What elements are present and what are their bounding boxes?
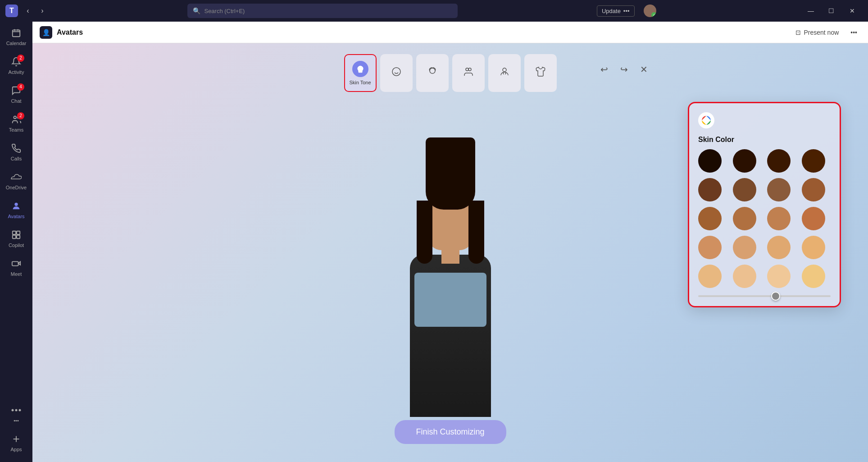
maximize-button[interactable]: ☐ xyxy=(821,7,842,14)
svg-point-12 xyxy=(12,409,14,411)
workspace-close-button[interactable]: ✕ xyxy=(636,61,652,78)
category-hair[interactable] xyxy=(416,54,449,92)
hair-icon xyxy=(424,64,441,80)
svg-rect-0 xyxy=(13,30,20,37)
present-icon: ⊡ xyxy=(795,29,801,36)
skin-tone-icon xyxy=(352,61,368,77)
skin-swatch-4[interactable] xyxy=(698,178,722,201)
category-accessories[interactable] xyxy=(488,54,521,92)
avatar-workspace: Skin Tone xyxy=(32,43,868,462)
svg-point-18 xyxy=(430,68,435,73)
svg-point-13 xyxy=(15,409,18,411)
profile-avatar[interactable] xyxy=(644,5,656,17)
svg-point-4 xyxy=(14,116,17,119)
avatar-hair-side-left xyxy=(417,201,432,264)
skin-swatch-6[interactable] xyxy=(767,178,791,201)
skin-swatch-0[interactable] xyxy=(698,149,722,173)
chat-label: Chat xyxy=(11,98,21,104)
avatars-label: Avatars xyxy=(8,214,24,219)
sidebar: Calendar 2 Activity 4 Chat 2 Teams xyxy=(0,22,32,462)
present-now-button[interactable]: ⊡ Present now xyxy=(792,27,842,38)
brightness-slider[interactable] xyxy=(698,295,831,297)
forward-button[interactable]: › xyxy=(36,5,49,17)
content-area: 👤 Avatars ⊡ Present now ••• xyxy=(32,22,868,462)
activity-icon: 2 xyxy=(10,55,23,68)
skin-swatch-1[interactable] xyxy=(733,149,756,173)
minimize-button[interactable]: — xyxy=(800,7,821,14)
skin-swatch-16[interactable] xyxy=(698,265,722,288)
svg-point-17 xyxy=(392,68,400,76)
page-title: Avatars xyxy=(57,28,83,37)
skin-colors-grid xyxy=(698,149,831,288)
face-icon xyxy=(388,64,404,80)
skin-tone-label: Skin Tone xyxy=(349,80,371,85)
slider-thumb[interactable] xyxy=(771,292,780,301)
calendar-icon xyxy=(10,27,23,39)
sidebar-item-calls[interactable]: Calls xyxy=(0,137,32,166)
skin-swatch-12[interactable] xyxy=(698,236,722,259)
skin-swatch-14[interactable] xyxy=(767,236,791,259)
apps-icon xyxy=(10,433,23,445)
skin-swatch-3[interactable] xyxy=(802,149,825,173)
teams-icon: 2 xyxy=(10,113,23,126)
meet-label: Meet xyxy=(11,271,22,277)
search-box[interactable]: 🔍 Search (Ctrl+E) xyxy=(187,4,458,18)
close-button[interactable]: ✕ xyxy=(842,7,863,14)
undo-button[interactable]: ↩ xyxy=(596,61,612,78)
more-label: ••• xyxy=(14,418,19,423)
skin-swatch-18[interactable] xyxy=(767,265,791,288)
finish-customizing-button[interactable]: Finish Customizing xyxy=(394,420,506,444)
svg-rect-11 xyxy=(12,261,18,265)
teams-logo-icon: T xyxy=(5,5,18,17)
clothing-icon xyxy=(532,64,549,80)
sidebar-item-teams[interactable]: 2 Teams xyxy=(0,108,32,137)
sidebar-item-meet[interactable]: Meet xyxy=(0,252,32,281)
avatar-shirt xyxy=(414,273,486,327)
category-face[interactable] xyxy=(380,54,413,92)
skin-swatch-9[interactable] xyxy=(733,207,756,230)
onedrive-icon xyxy=(10,171,23,183)
skin-swatch-10[interactable] xyxy=(767,207,791,230)
sidebar-item-calendar[interactable]: Calendar xyxy=(0,22,32,50)
skin-swatch-8[interactable] xyxy=(698,207,722,230)
svg-point-6 xyxy=(14,202,18,206)
skin-swatch-2[interactable] xyxy=(767,149,791,173)
redo-button[interactable]: ↪ xyxy=(616,61,632,78)
avatar-container xyxy=(378,165,523,417)
present-now-label: Present now xyxy=(804,29,839,36)
skin-swatch-11[interactable] xyxy=(802,207,825,230)
avatar-figure xyxy=(387,174,514,417)
skin-swatch-15[interactable] xyxy=(802,236,825,259)
category-body[interactable] xyxy=(452,54,485,92)
skin-swatch-5[interactable] xyxy=(733,178,756,201)
copilot-icon xyxy=(10,229,23,241)
sidebar-item-apps[interactable]: Apps xyxy=(0,428,32,457)
avatars-icon xyxy=(10,200,23,212)
back-button[interactable]: ‹ xyxy=(22,5,34,17)
update-more-icon: ••• xyxy=(623,8,630,14)
sidebar-item-more[interactable]: ••• xyxy=(0,399,32,428)
update-button[interactable]: Update ••• xyxy=(597,5,635,17)
calls-label: Calls xyxy=(11,156,22,161)
svg-point-20 xyxy=(468,68,471,71)
category-clothing[interactable] xyxy=(524,54,557,92)
search-icon: 🔍 xyxy=(193,7,200,14)
titlebar: T ‹ › 🔍 Search (Ctrl+E) Update ••• — ☐ ✕ xyxy=(0,0,868,22)
sidebar-item-copilot[interactable]: Copilot xyxy=(0,224,32,252)
skin-swatch-17[interactable] xyxy=(733,265,756,288)
skin-swatch-19[interactable] xyxy=(802,265,825,288)
apps-label: Apps xyxy=(10,447,22,452)
skin-swatch-7[interactable] xyxy=(802,178,825,201)
category-bar: Skin Tone xyxy=(344,54,557,92)
sidebar-item-activity[interactable]: 2 Activity xyxy=(0,50,32,79)
svg-point-19 xyxy=(466,68,468,71)
sidebar-item-avatars[interactable]: Avatars xyxy=(0,195,32,224)
sidebar-item-onedrive[interactable]: OneDrive xyxy=(0,166,32,195)
skin-swatch-13[interactable] xyxy=(733,236,756,259)
sidebar-item-chat[interactable]: 4 Chat xyxy=(0,79,32,108)
toolbar-actions: ↩ ↪ ✕ xyxy=(596,61,652,78)
body-icon xyxy=(460,64,477,80)
onedrive-label: OneDrive xyxy=(6,185,27,190)
header-more-button[interactable]: ••• xyxy=(847,27,861,38)
category-skin-tone[interactable]: Skin Tone xyxy=(344,54,377,92)
